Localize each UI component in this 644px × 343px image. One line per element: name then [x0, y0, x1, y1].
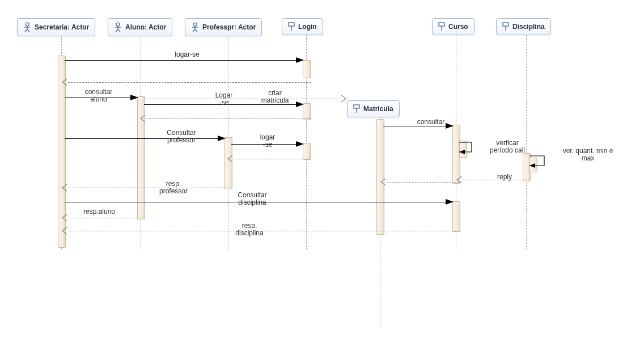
svg-point-10	[193, 23, 197, 26]
participant-label: Secretaria: Actor	[35, 23, 89, 31]
svg-rect-17	[354, 105, 359, 108]
svg-line-8	[116, 29, 118, 32]
msg-label: reply	[482, 173, 527, 181]
participant-matricula: Matricula	[347, 100, 400, 117]
svg-marker-23	[459, 150, 465, 154]
object-icon	[288, 22, 295, 31]
msg-label: ver. quant. min e max	[551, 147, 625, 162]
actor-icon	[23, 22, 31, 32]
arrow-icon	[446, 199, 454, 205]
msg-label: logar -se	[245, 134, 290, 149]
participant-aluno: Aluno: Actor	[108, 18, 172, 36]
participant-label: Login	[298, 23, 317, 31]
chevron-left-icon	[226, 154, 235, 165]
msg-label: verficar período call	[476, 139, 539, 154]
activation-login-2	[303, 103, 311, 120]
svg-line-13	[193, 29, 195, 32]
object-icon	[502, 22, 509, 31]
participant-label: Disciplina	[512, 23, 545, 31]
chevron-right-icon	[339, 94, 348, 105]
activation-login-3	[303, 143, 311, 160]
arrow-icon	[130, 95, 138, 100]
chevron-left-icon	[455, 175, 464, 186]
participant-disciplina: Disciplina	[496, 18, 551, 35]
participant-curso: Curso	[432, 18, 474, 35]
svg-rect-19	[439, 23, 444, 26]
msg-label: consultar	[402, 118, 459, 126]
self-call-disciplina	[529, 154, 549, 171]
object-icon	[438, 22, 445, 31]
sequence-diagram: Secretaria: Actor Aluno: Actor Professpr…	[0, 0, 644, 343]
msg-return-login-prof	[234, 159, 311, 159]
msg-return-login-secretaria	[68, 82, 311, 83]
participant-label: Aluno: Actor	[125, 23, 166, 31]
self-call-curso	[459, 141, 476, 158]
msg-return-login-aluno	[146, 118, 311, 119]
svg-marker-24	[529, 163, 535, 168]
participant-professor: Professpr: Actor	[185, 18, 262, 36]
msg-label: criar matricula	[249, 90, 300, 104]
activation-login-1	[303, 60, 311, 78]
svg-line-3	[25, 29, 27, 32]
participant-label: Matricula	[363, 105, 393, 113]
msg-label: resp.aluno	[68, 208, 130, 215]
msg-return-curso-matricula	[387, 182, 459, 183]
svg-line-9	[118, 29, 120, 32]
svg-line-14	[195, 29, 197, 32]
arrow-icon	[296, 141, 304, 147]
msg-label: Logar -se	[204, 92, 244, 107]
participant-login: Login	[282, 18, 323, 35]
chevron-left-icon	[138, 114, 147, 125]
activation-curso-2	[452, 201, 460, 232]
msg-label: resp. disciplina	[215, 222, 283, 237]
actor-icon	[191, 22, 199, 32]
msg-logar-se	[65, 60, 296, 61]
chevron-left-icon	[60, 78, 69, 88]
object-icon	[353, 104, 360, 113]
msg-label: Consultar professor	[147, 129, 215, 144]
svg-point-0	[26, 23, 29, 26]
msg-label: consultar aluno	[70, 88, 127, 103]
participant-secretaria: Secretaria: Actor	[17, 18, 95, 36]
chevron-left-icon	[60, 183, 69, 194]
msg-label: logar-se	[147, 51, 227, 58]
svg-line-4	[27, 29, 29, 32]
chevron-left-icon	[379, 177, 388, 188]
svg-rect-15	[289, 23, 294, 26]
svg-rect-21	[503, 23, 509, 26]
actor-icon	[114, 22, 122, 32]
participant-label: Professpr: Actor	[202, 23, 256, 31]
arrow-icon	[296, 57, 304, 63]
activation-matricula	[376, 119, 384, 235]
chevron-left-icon	[60, 226, 69, 237]
msg-resp-aluno	[68, 218, 144, 218]
svg-point-5	[116, 23, 120, 26]
participant-label: Curso	[448, 23, 468, 31]
arrow-icon	[218, 135, 226, 141]
msg-label: resp. professor	[145, 180, 202, 195]
msg-label: Consultar disciplina	[215, 192, 289, 206]
